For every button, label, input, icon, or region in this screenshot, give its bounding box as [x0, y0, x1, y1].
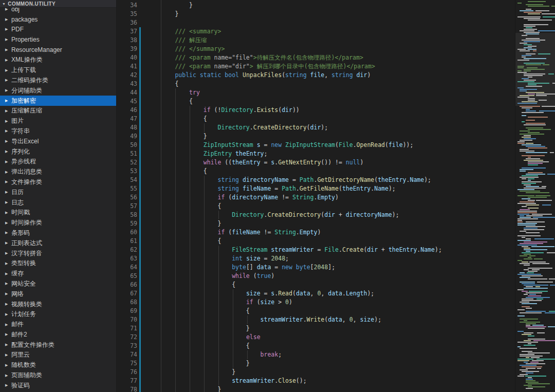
sidebar-item[interactable]: ▶PDF — [0, 25, 116, 35]
code-line[interactable]: 39 /// </summary> — [117, 45, 515, 53]
code-line[interactable]: 67 size = s.Read(data, 0, data.Length); — [117, 289, 515, 298]
sidebar-item[interactable]: ▶异步线程 — [0, 157, 116, 167]
sidebar-item[interactable]: ▶XML操作类 — [0, 55, 116, 65]
code-line[interactable]: 58 Directory.CreateDirectory(dir + direc… — [117, 211, 515, 219]
code-line[interactable]: 62 FileStream streamWriter = File.Create… — [117, 246, 515, 254]
sidebar-item[interactable]: ▶时间操作类 — [0, 218, 116, 228]
sidebar-item[interactable]: ▶网络 — [0, 289, 116, 299]
code-line[interactable]: 40 /// <param name="file">待解压文件名(包含物理路径)… — [117, 53, 515, 62]
sidebar-item[interactable]: ▶导出Excel — [0, 136, 116, 146]
line-number[interactable]: 71 — [117, 324, 137, 333]
line-number[interactable]: 46 — [117, 106, 137, 115]
code-line[interactable]: 37 /// <summary> — [117, 27, 515, 36]
line-number[interactable]: 57 — [117, 202, 137, 211]
sidebar-item[interactable]: ▶缓存 — [0, 269, 116, 279]
line-number[interactable]: 43 — [117, 80, 137, 88]
line-number[interactable]: 45 — [117, 97, 137, 106]
line-number[interactable]: 56 — [117, 193, 137, 202]
sidebar-item[interactable]: ▶图片 — [0, 116, 116, 126]
code-line[interactable]: 69 { — [117, 307, 515, 315]
code-line[interactable]: 45 { — [117, 97, 515, 106]
code-line[interactable]: 53 { — [117, 167, 515, 176]
line-number[interactable]: 65 — [117, 272, 137, 281]
sidebar-item[interactable]: ▶类型转换 — [0, 258, 116, 269]
line-number[interactable]: 47 — [117, 115, 137, 123]
code-line[interactable]: 74 break; — [117, 350, 515, 359]
code-line[interactable]: 59 } — [117, 219, 515, 228]
sidebar-item[interactable]: ▶日历 — [0, 187, 116, 197]
code-line[interactable]: 42 public static bool UnpackFiles(string… — [117, 71, 515, 80]
code-line[interactable]: 41 /// <param name="dir"> 解压到哪个目录中(包含物理路… — [117, 62, 515, 71]
line-number[interactable]: 44 — [117, 88, 137, 97]
line-number[interactable]: 39 — [117, 45, 137, 53]
sidebar-item[interactable]: ▶配置文件操作类 — [0, 340, 116, 350]
code-line[interactable]: 38 /// 解压缩 — [117, 36, 515, 45]
line-number[interactable]: 72 — [117, 333, 137, 342]
line-number[interactable]: 48 — [117, 123, 137, 132]
sidebar-item[interactable]: ▶加密解密 — [0, 96, 116, 106]
code-line[interactable]: 52 while ((theEntry = s.GetNextEntry()) … — [117, 158, 515, 167]
code-line[interactable]: 50 ZipInputStream s = new ZipInputStream… — [117, 141, 515, 150]
line-number[interactable]: 53 — [117, 167, 137, 176]
code-line[interactable]: 71 } — [117, 324, 515, 333]
minimap-slider[interactable] — [515, 33, 555, 106]
code-line[interactable]: 70 streamWriter.Write(data, 0, size); — [117, 315, 515, 324]
code-line[interactable]: 56 if (directoryName != String.Empty) — [117, 193, 515, 202]
explorer-section-header[interactable]: ▼ COMMON.UTILITY — [0, 0, 116, 8]
sidebar-item[interactable]: ▶计划任务 — [0, 309, 116, 320]
line-number[interactable]: 76 — [117, 368, 137, 377]
code-line[interactable]: 75 } — [117, 359, 515, 368]
sidebar-item[interactable]: ▶阿里云 — [0, 350, 116, 360]
code-line[interactable]: 60 if (fileName != String.Empty) — [117, 228, 515, 237]
sidebar-item[interactable]: ▶压缩解压缩 — [0, 106, 116, 116]
code-area[interactable]: 34 }35 }3637 /// <summary>38 /// 解压缩39 /… — [117, 0, 515, 392]
line-number[interactable]: 74 — [117, 350, 137, 359]
code-line[interactable]: 34 } — [117, 1, 515, 10]
line-number[interactable]: 73 — [117, 342, 137, 350]
line-number[interactable]: 49 — [117, 132, 137, 141]
sidebar-item[interactable]: ▶弹出消息类 — [0, 167, 116, 177]
code-line[interactable]: 44 try — [117, 88, 515, 97]
code-line[interactable]: 64 byte[] data = new byte[2048]; — [117, 263, 515, 272]
line-number[interactable]: 59 — [117, 219, 137, 228]
line-number[interactable]: 52 — [117, 158, 137, 167]
line-number[interactable]: 68 — [117, 298, 137, 307]
sidebar-item[interactable]: ▶随机数类 — [0, 360, 116, 370]
code-line[interactable]: 55 string fileName = Path.GetFileName(th… — [117, 184, 515, 193]
code-line[interactable]: 49 } — [117, 132, 515, 141]
sidebar-item[interactable]: ▶日志 — [0, 197, 116, 208]
editor-pane[interactable]: 34 }35 }3637 /// <summary>38 /// 解压缩39 /… — [117, 0, 515, 392]
code-line[interactable]: 73 { — [117, 342, 515, 350]
line-number[interactable]: 38 — [117, 36, 137, 45]
code-line[interactable]: 68 if (size > 0) — [117, 298, 515, 307]
line-number[interactable]: 36 — [117, 18, 137, 27]
sidebar-item[interactable]: ▶Properties — [0, 34, 116, 45]
line-number[interactable]: 50 — [117, 141, 137, 150]
code-line[interactable]: 46 if (!Directory.Exists(dir)) — [117, 106, 515, 115]
sidebar-item[interactable]: ▶网站安全 — [0, 279, 116, 289]
line-number[interactable]: 70 — [117, 315, 137, 324]
sidebar-item[interactable]: ▶正则表达式 — [0, 238, 116, 248]
code-line[interactable]: 77 streamWriter.Close(); — [117, 377, 515, 385]
sidebar-item[interactable]: ▶ResourceManager — [0, 45, 116, 55]
sidebar-item[interactable]: ▶上传下载 — [0, 65, 116, 76]
line-number[interactable]: 60 — [117, 228, 137, 237]
sidebar-item[interactable]: ▶汉字转拼音 — [0, 248, 116, 258]
code-line[interactable]: 63 int size = 2048; — [117, 254, 515, 263]
line-number[interactable]: 61 — [117, 237, 137, 246]
line-number[interactable]: 75 — [117, 359, 137, 368]
minimap[interactable] — [515, 0, 555, 392]
sidebar-item[interactable]: ▶视频转换类 — [0, 299, 116, 309]
code-line[interactable]: 65 while (true) — [117, 272, 515, 281]
code-line[interactable]: 48 Directory.CreateDirectory(dir); — [117, 123, 515, 132]
code-line[interactable]: 72 else — [117, 333, 515, 342]
sidebar-item[interactable]: ▶二维码操作类 — [0, 76, 116, 86]
line-number[interactable]: 40 — [117, 53, 137, 62]
line-number[interactable]: 63 — [117, 254, 137, 263]
line-number[interactable]: 35 — [117, 10, 137, 18]
sidebar-item[interactable]: ▶验证码 — [0, 380, 116, 390]
code-line[interactable]: 51 ZipEntry theEntry; — [117, 150, 515, 158]
line-number[interactable]: 62 — [117, 246, 137, 254]
code-line[interactable]: 47 { — [117, 115, 515, 123]
sidebar-item[interactable]: ▶页面辅助类 — [0, 370, 116, 381]
